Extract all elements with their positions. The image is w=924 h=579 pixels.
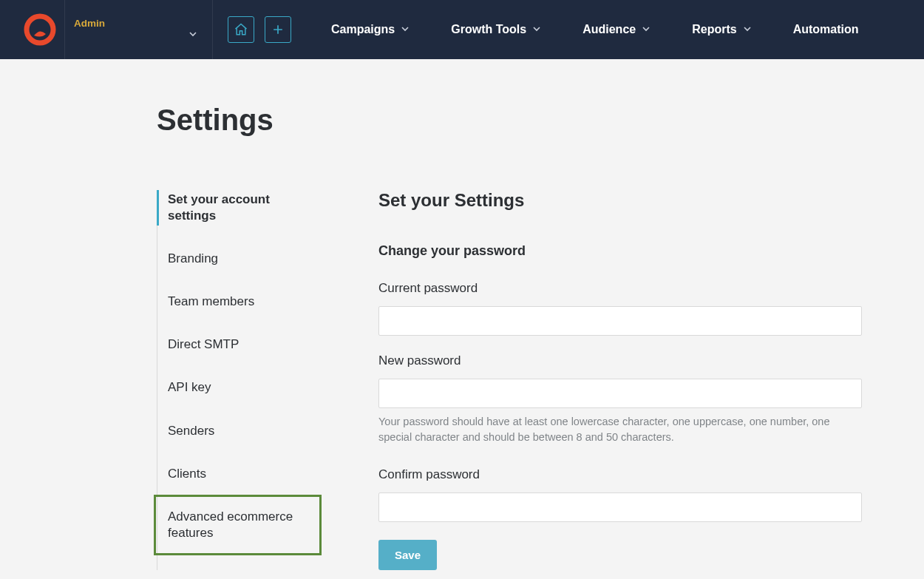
sidebar-item-label: Direct SMTP — [168, 337, 239, 351]
chevron-down-icon — [642, 23, 650, 36]
svg-point-0 — [27, 16, 53, 43]
sidebar-item-api-key[interactable]: API key — [157, 366, 321, 409]
admin-account-selector[interactable]: Admin — [65, 0, 213, 59]
nav-campaigns[interactable]: Campaigns — [331, 23, 410, 36]
sidebar-item-label: Team members — [168, 294, 254, 308]
save-button[interactable]: Save — [378, 540, 437, 570]
sidebar-item-team-members[interactable]: Team members — [157, 280, 321, 323]
top-nav: Admin Campaigns Growth Tools Audience — [0, 0, 924, 59]
page-title: Settings — [157, 104, 924, 137]
admin-label: Admin — [74, 18, 105, 29]
new-password-label: New password — [378, 353, 862, 368]
settings-sidebar: Set your account settings Branding Team … — [157, 190, 321, 570]
chevron-down-icon — [532, 23, 541, 36]
home-icon — [234, 22, 248, 37]
new-password-input[interactable] — [378, 379, 862, 408]
page-body: Settings Set your account settings Brand… — [0, 59, 924, 570]
quick-actions — [228, 16, 302, 43]
sidebar-item-label: Advanced ecommerce features — [168, 509, 293, 540]
confirm-password-label: Confirm password — [378, 467, 862, 482]
sidebar-item-label: Branding — [168, 251, 218, 265]
plus-icon — [271, 22, 285, 37]
nav-links: Campaigns Growth Tools Audience Reports … — [331, 23, 859, 36]
nav-label: Automation — [793, 23, 859, 36]
nav-label: Campaigns — [331, 23, 395, 36]
nav-label: Growth Tools — [451, 23, 526, 36]
sidebar-item-account-settings[interactable]: Set your account settings — [157, 190, 321, 237]
settings-main: Set your Settings Change your password C… — [378, 190, 862, 570]
nav-automation[interactable]: Automation — [793, 23, 859, 36]
chevron-down-icon — [188, 28, 197, 41]
current-password-input[interactable] — [378, 306, 862, 336]
sidebar-item-label: API key — [168, 380, 211, 394]
chevron-down-icon — [743, 23, 752, 36]
home-button[interactable] — [228, 16, 254, 43]
sidebar-item-direct-smtp[interactable]: Direct SMTP — [157, 323, 321, 366]
sidebar-item-label: Senders — [168, 424, 214, 438]
sidebar-item-label: Clients — [168, 467, 206, 481]
add-button[interactable] — [265, 16, 291, 43]
chevron-down-icon — [401, 23, 410, 36]
nav-label: Audience — [582, 23, 636, 36]
confirm-password-input[interactable] — [378, 492, 862, 522]
sidebar-item-advanced-ecommerce[interactable]: Advanced ecommerce features — [154, 495, 321, 555]
password-hint: Your password should have at least one l… — [378, 414, 862, 445]
section-title: Set your Settings — [378, 190, 862, 211]
nav-growth-tools[interactable]: Growth Tools — [451, 23, 541, 36]
subsection-title: Change your password — [378, 243, 862, 259]
nav-label: Reports — [692, 23, 736, 36]
sidebar-item-label: Set your account settings — [168, 192, 270, 223]
settings-content: Set your account settings Branding Team … — [157, 190, 924, 570]
logo-icon — [24, 13, 56, 46]
current-password-label: Current password — [378, 281, 862, 296]
nav-audience[interactable]: Audience — [582, 23, 650, 36]
sidebar-item-senders[interactable]: Senders — [157, 410, 321, 453]
nav-reports[interactable]: Reports — [692, 23, 751, 36]
sidebar-item-branding[interactable]: Branding — [157, 237, 321, 280]
sidebar-item-clients[interactable]: Clients — [157, 453, 321, 495]
logo[interactable] — [15, 0, 65, 59]
